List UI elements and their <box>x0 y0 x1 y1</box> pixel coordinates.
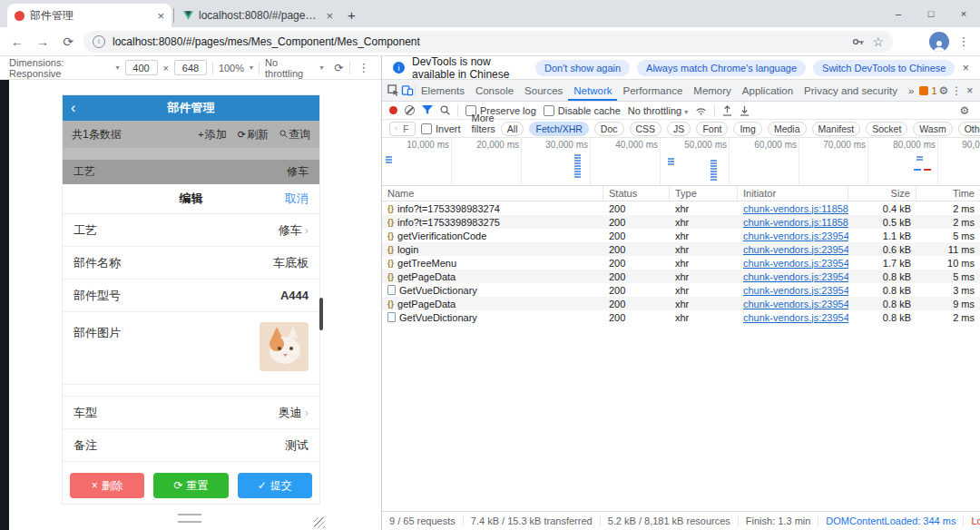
import-har-icon[interactable] <box>740 105 750 116</box>
reset-button[interactable]: ⟳重置 <box>153 473 228 498</box>
initiator-link[interactable]: chunk-vendors.js:23954 <box>743 244 848 255</box>
maximize-button[interactable]: □ <box>915 8 947 19</box>
tab-privacy-security[interactable]: Privacy and security <box>799 80 903 101</box>
type-filter-font[interactable]: Font <box>696 122 728 136</box>
request-row[interactable]: {}info?t=1753398983275 200xhr chunk-vend… <box>382 215 980 229</box>
address-bar[interactable]: i localhost:8080/#/pages/mes/Mes_Compone… <box>83 31 893 53</box>
new-tab-button[interactable]: + <box>348 7 356 23</box>
settings-gear-icon[interactable]: ⚙ <box>937 84 950 97</box>
zoom-select[interactable]: 100% <box>219 63 244 74</box>
submit-button[interactable]: ✓提交 <box>238 473 312 498</box>
profile-avatar[interactable] <box>929 32 949 52</box>
type-filter-doc[interactable]: Doc <box>594 122 624 136</box>
request-row[interactable]: {}login 200xhr chunk-vendors.js:23954 0.… <box>382 242 980 256</box>
tab-elements[interactable]: Elements <box>416 80 470 101</box>
initiator-link[interactable]: chunk-vendors.js:11858 <box>743 203 848 214</box>
column-type[interactable]: Type <box>670 186 738 201</box>
field-part-name[interactable]: 部件名称 车底板 <box>63 247 319 280</box>
column-size[interactable]: Size <box>848 186 916 201</box>
refresh-button[interactable]: ⟳刷新 <box>238 127 269 142</box>
field-process[interactable]: 工艺 修车› <box>63 214 319 247</box>
height-input[interactable] <box>174 60 207 75</box>
initiator-link[interactable]: chunk-vendors.js:23954 <box>743 285 848 296</box>
filter-input-box[interactable] <box>389 122 416 136</box>
request-row[interactable]: {}getPageData 200xhr chunk-vendors.js:23… <box>382 297 980 310</box>
export-har-icon[interactable] <box>722 105 732 116</box>
record-icon[interactable] <box>389 106 397 114</box>
type-filter-fetch-xhr[interactable]: Fetch/XHR <box>529 122 588 136</box>
field-part-model[interactable]: 部件型号 A444 <box>63 280 319 312</box>
back-icon[interactable]: ← <box>7 34 27 49</box>
search-icon[interactable] <box>440 105 450 115</box>
request-row[interactable]: GetVueDictionary 200xhr chunk-vendors.js… <box>382 310 980 324</box>
width-input[interactable] <box>125 60 158 75</box>
type-filter-media[interactable]: Media <box>768 122 807 136</box>
forward-icon[interactable]: → <box>33 34 53 49</box>
dimensions-select[interactable]: Dimensions: Responsive <box>9 57 111 79</box>
tab-performance[interactable]: Performance <box>617 80 688 101</box>
switch-chinese-button[interactable]: Switch DevTools to Chinese <box>813 60 955 76</box>
resize-grip[interactable] <box>314 517 325 528</box>
column-name[interactable]: Name <box>382 186 603 201</box>
tab-close-icon[interactable]: × <box>326 10 333 22</box>
viewport-drag-handle[interactable] <box>178 514 201 523</box>
type-filter-css[interactable]: CSS <box>630 122 662 136</box>
device-toolbar-menu-icon[interactable]: ⋮ <box>356 61 372 74</box>
request-row[interactable]: {}getTreeMenu 200xhr chunk-vendors.js:23… <box>382 256 980 270</box>
bookmark-star-icon[interactable]: ☆ <box>872 34 884 49</box>
tab-sources[interactable]: Sources <box>519 80 568 101</box>
rotate-device-icon[interactable]: ⟳ <box>335 62 344 74</box>
disable-cache-checkbox[interactable]: Disable cache <box>544 105 621 116</box>
devtools-close-icon[interactable]: × <box>964 84 976 97</box>
request-row[interactable]: {}info?t=1753398983274 200xhr chunk-vend… <box>382 201 980 215</box>
search-button[interactable]: 查询 <box>279 127 310 142</box>
initiator-link[interactable]: chunk-vendors.js:23954 <box>743 258 848 269</box>
add-button[interactable]: +添加 <box>198 127 226 142</box>
filter-funnel-icon[interactable] <box>422 105 433 115</box>
invert-checkbox[interactable]: Invert <box>421 123 461 134</box>
close-window-button[interactable]: × <box>947 8 980 19</box>
column-time[interactable]: Time <box>916 186 980 201</box>
devtools-menu-icon[interactable]: ⋮ <box>950 84 963 97</box>
issues-badge[interactable]: 1 <box>919 85 936 96</box>
field-remarks[interactable]: 备注 测试 <box>63 429 319 462</box>
request-row[interactable]: {}getVierificationCode 200xhr chunk-vend… <box>382 229 980 242</box>
tab-application[interactable]: Application <box>737 80 799 101</box>
match-language-button[interactable]: Always match Chrome's language <box>637 60 806 76</box>
column-status[interactable]: Status <box>603 186 670 201</box>
tab-localhost[interactable]: localhost:8080/#/pages/men... × <box>176 4 340 27</box>
device-toolbar-toggle-icon[interactable] <box>400 84 415 96</box>
network-conditions-icon[interactable] <box>695 105 707 115</box>
type-filter-all[interactable]: All <box>501 122 524 136</box>
cancel-link[interactable]: 取消 <box>285 191 309 207</box>
tab-close-icon[interactable]: × <box>157 10 164 22</box>
type-filter-other[interactable]: Other <box>958 122 980 136</box>
reload-icon[interactable]: ⟳ <box>58 34 78 49</box>
initiator-link[interactable]: chunk-vendors.js:23954 <box>743 231 848 241</box>
initiator-link[interactable]: chunk-vendors.js:11858 <box>743 217 848 228</box>
dont-show-again-button[interactable]: Don't show again <box>535 60 630 76</box>
type-filter-wasm[interactable]: Wasm <box>913 122 952 136</box>
throttling-select[interactable]: No throttling <box>265 57 315 79</box>
site-info-icon[interactable]: i <box>93 35 105 48</box>
field-car-model[interactable]: 车型 奥迪› <box>63 396 319 429</box>
more-tabs-icon[interactable]: » <box>903 80 919 101</box>
password-key-icon[interactable] <box>852 35 865 48</box>
inspect-element-icon[interactable] <box>386 84 400 96</box>
minimize-button[interactable]: – <box>882 8 915 19</box>
tab-parts-management[interactable]: 部件管理 × <box>7 4 172 27</box>
type-filter-manifest[interactable]: Manifest <box>812 122 861 136</box>
delete-button[interactable]: ×删除 <box>70 473 144 498</box>
page-scrollbar-thumb[interactable] <box>319 298 323 330</box>
initiator-link[interactable]: chunk-vendors.js:23954 <box>743 271 848 282</box>
tab-network[interactable]: Network <box>568 80 617 101</box>
request-row[interactable]: GetVueDictionary 200xhr chunk-vendors.js… <box>382 283 980 297</box>
clear-icon[interactable] <box>405 105 415 115</box>
part-image-thumbnail[interactable] <box>260 322 309 371</box>
type-filter-js[interactable]: JS <box>667 122 691 136</box>
field-part-image[interactable]: 部件图片 <box>63 312 319 385</box>
request-row[interactable]: {}getPageData 200xhr chunk-vendors.js:23… <box>382 270 980 283</box>
filter-input[interactable] <box>401 123 410 135</box>
browser-menu-icon[interactable]: ⋮ <box>955 34 973 48</box>
initiator-link[interactable]: chunk-vendors.js:23954 <box>743 312 848 323</box>
